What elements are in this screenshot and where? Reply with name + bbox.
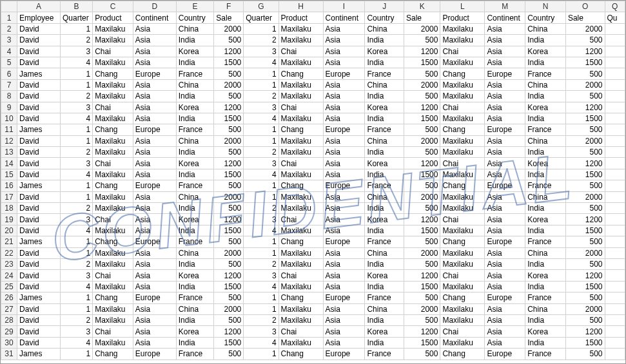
cell[interactable]: Maxilaku	[279, 113, 323, 124]
cell[interactable]: Chai	[279, 214, 323, 225]
cell[interactable]: 1200	[404, 214, 440, 225]
cell[interactable]: Asia	[133, 214, 176, 225]
table-row[interactable]: 22David1MaxilakuAsiaChina20001MaxilakuAs…	[1, 247, 625, 258]
cell[interactable]: Product	[93, 12, 133, 23]
cell[interactable]: 500	[214, 35, 244, 46]
row-header[interactable]: 18	[1, 203, 17, 214]
cell[interactable]	[605, 281, 625, 292]
cell[interactable]: France	[176, 292, 214, 303]
cell[interactable]: 500	[404, 292, 440, 303]
cell[interactable]: Maxilaku	[440, 303, 485, 314]
cell[interactable]: Korea	[176, 214, 214, 225]
cell[interactable]: 500	[214, 124, 244, 135]
table-row[interactable]: 5David4MaxilakuAsiaIndia15004MaxilakuAsi…	[1, 57, 625, 68]
cell[interactable]	[605, 258, 625, 269]
cell[interactable]: Continent	[485, 12, 525, 23]
cell[interactable]: Korea	[525, 158, 566, 169]
cell[interactable]: David	[17, 270, 61, 281]
cell[interactable]: Maxilaku	[440, 225, 485, 236]
cell[interactable]: Europe	[133, 124, 176, 135]
cell[interactable]: 1	[60, 68, 92, 79]
cell[interactable]: Maxilaku	[93, 247, 133, 258]
cell[interactable]: Korea	[365, 158, 404, 169]
cell[interactable]: Asia	[323, 57, 365, 68]
cell[interactable]: Europe	[485, 180, 525, 191]
grid-table[interactable]: A B C D E F G H I J K L M N O Q 1Employe…	[1, 1, 625, 360]
cell[interactable]: Asia	[133, 169, 176, 180]
cell[interactable]: Chang	[93, 180, 133, 191]
cell[interactable]: Maxilaku	[440, 57, 485, 68]
row-header[interactable]: 23	[1, 258, 17, 269]
cell[interactable]: India	[176, 225, 214, 236]
cell[interactable]: Asia	[323, 35, 365, 46]
cell[interactable]: 1	[60, 236, 92, 247]
row-header[interactable]: 20	[1, 225, 17, 236]
cell[interactable]: India	[525, 169, 566, 180]
cell[interactable]: 2000	[214, 191, 244, 202]
row-header[interactable]: 30	[1, 337, 17, 348]
cell[interactable]: Europe	[323, 68, 365, 79]
row-header[interactable]: 10	[1, 113, 17, 124]
cell[interactable]: France	[365, 124, 404, 135]
table-row[interactable]: 1EmployeeQuarterProductContinentCountryS…	[1, 12, 625, 23]
row-header[interactable]: 5	[1, 57, 17, 68]
cell[interactable]	[605, 147, 625, 158]
cell[interactable]: Korea	[365, 46, 404, 57]
row-header[interactable]: 9	[1, 102, 17, 113]
cell[interactable]: India	[365, 225, 404, 236]
cell[interactable]: Asia	[133, 35, 176, 46]
cell[interactable]: 500	[404, 236, 440, 247]
cell[interactable]: 2	[244, 91, 279, 102]
cell[interactable]: Chai	[93, 270, 133, 281]
table-row[interactable]: 13David2MaxilakuAsiaIndia5002MaxilakuAsi…	[1, 147, 625, 158]
cell[interactable]: Country	[176, 12, 214, 23]
cell[interactable]: 1500	[565, 57, 605, 68]
cell[interactable]: Maxilaku	[93, 314, 133, 325]
cell[interactable]: 2	[60, 35, 92, 46]
cell[interactable]	[605, 169, 625, 180]
cell[interactable]	[605, 349, 625, 359]
cell[interactable]: Asia	[485, 258, 525, 269]
cell[interactable]: David	[17, 113, 61, 124]
cell[interactable]: 1500	[565, 225, 605, 236]
col-header[interactable]: L	[440, 1, 485, 12]
cell[interactable]: Korea	[365, 326, 404, 337]
cell[interactable]: 1	[244, 247, 279, 258]
cell[interactable]: 3	[60, 326, 92, 337]
cell[interactable]: Europe	[133, 236, 176, 247]
cell[interactable]: India	[525, 35, 566, 46]
cell[interactable]: David	[17, 23, 61, 34]
cell[interactable]: Maxilaku	[279, 303, 323, 314]
cell[interactable]: Asia	[485, 203, 525, 214]
cell[interactable]: Asia	[485, 247, 525, 258]
cell[interactable]: Chang	[440, 180, 485, 191]
cell[interactable]: 3	[60, 46, 92, 57]
cell[interactable]: 2000	[404, 79, 440, 90]
cell[interactable]: Maxilaku	[440, 169, 485, 180]
cell[interactable]: 500	[565, 236, 605, 247]
cell[interactable]: France	[525, 349, 566, 359]
cell[interactable]: Asia	[485, 46, 525, 57]
cell[interactable]: Product	[440, 12, 485, 23]
cell[interactable]: India	[525, 281, 566, 292]
cell[interactable]: Asia	[133, 23, 176, 34]
cell[interactable]: India	[525, 147, 566, 158]
cell[interactable]: Korea	[525, 214, 566, 225]
cell[interactable]: Chang	[279, 349, 323, 359]
cell[interactable]: Maxilaku	[93, 79, 133, 90]
cell[interactable]: David	[17, 79, 61, 90]
cell[interactable]: James	[17, 292, 61, 303]
cell[interactable]: Maxilaku	[279, 314, 323, 325]
cell[interactable]: Chang	[279, 236, 323, 247]
cell[interactable]: India	[176, 314, 214, 325]
cell[interactable]: Asia	[485, 147, 525, 158]
cell[interactable]: 1500	[214, 57, 244, 68]
cell[interactable]: David	[17, 314, 61, 325]
cell[interactable]: Chai	[279, 46, 323, 57]
cell[interactable]: 3	[244, 326, 279, 337]
cell[interactable]: Asia	[323, 113, 365, 124]
table-row[interactable]: 12David1MaxilakuAsiaChina20001MaxilakuAs…	[1, 135, 625, 146]
cell[interactable]: 1	[60, 23, 92, 34]
cell[interactable]: Quarter	[244, 12, 279, 23]
cell[interactable]: Maxilaku	[279, 337, 323, 348]
